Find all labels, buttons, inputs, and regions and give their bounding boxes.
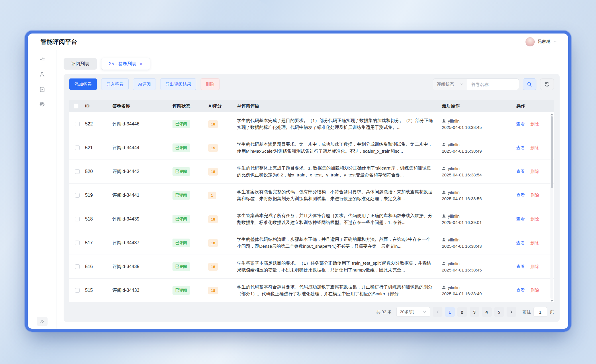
view-link[interactable]: 查看 bbox=[516, 145, 525, 151]
double-chevron-right-icon bbox=[40, 319, 44, 323]
refresh-button[interactable] bbox=[540, 78, 554, 90]
sidebar-item-documents[interactable] bbox=[39, 86, 45, 93]
view-link[interactable]: 查看 bbox=[516, 121, 525, 127]
delete-link[interactable]: 删除 bbox=[530, 264, 539, 269]
app-window: 智能评阅平台 易琳琳 bbox=[28, 34, 568, 329]
tab-review-list[interactable]: 评阅列表 bbox=[64, 58, 97, 70]
delete-link[interactable]: 删除 bbox=[530, 288, 539, 293]
row-actions: 查看 删除 bbox=[516, 121, 554, 127]
delete-button[interactable]: 删除 bbox=[201, 78, 219, 90]
delete-link[interactable]: 删除 bbox=[530, 121, 539, 127]
page-size-select[interactable]: 20条/页 bbox=[396, 307, 430, 317]
row-status-cell: 已评阅 bbox=[172, 120, 208, 128]
operation-time: 2025-04-01 16:38:45 bbox=[442, 267, 516, 272]
delete-link[interactable]: 删除 bbox=[530, 240, 539, 246]
page-button-3[interactable]: 3 bbox=[470, 307, 479, 317]
tab-answer-list[interactable]: 25 - 答卷列表 × bbox=[101, 58, 150, 70]
row-checkbox[interactable] bbox=[75, 241, 80, 245]
view-link[interactable]: 查看 bbox=[516, 240, 525, 246]
filter-group: 评阅状态 bbox=[433, 78, 519, 90]
score-badge: 15 bbox=[208, 144, 218, 152]
export-results-button[interactable]: 导出评阅结果 bbox=[160, 78, 196, 90]
score-badge: 18 bbox=[208, 239, 218, 247]
row-actions: 查看 删除 bbox=[516, 288, 554, 293]
person-icon bbox=[442, 143, 446, 147]
sidebar-item-settings[interactable] bbox=[39, 101, 45, 107]
user-menu[interactable]: 易琳琳 bbox=[526, 37, 557, 46]
row-checkbox[interactable] bbox=[75, 264, 80, 269]
person-icon bbox=[442, 285, 446, 289]
gear-icon bbox=[39, 101, 45, 107]
view-link[interactable]: 查看 bbox=[516, 288, 525, 293]
row-status-cell: 已评阅 bbox=[172, 262, 208, 271]
checklist-icon bbox=[39, 56, 45, 63]
page-button-5[interactable]: 5 bbox=[494, 307, 504, 317]
row-status-cell: 已评阅 bbox=[172, 191, 208, 200]
view-link[interactable]: 查看 bbox=[516, 169, 525, 174]
import-answer-button[interactable]: 导入答卷 bbox=[101, 78, 129, 90]
operation-time: 2025-04-01 16:38:43 bbox=[442, 244, 516, 249]
scroll-down-arrow-icon[interactable] bbox=[550, 300, 553, 302]
table-row: 519 评阅id-34441 已评阅 1 学生答案没有包含完整的代码，仅有部分结… bbox=[69, 184, 554, 207]
row-checkbox[interactable] bbox=[75, 169, 80, 174]
scrollbar-thumb[interactable] bbox=[551, 116, 553, 188]
operator-name: yilinlin bbox=[448, 119, 460, 123]
goto-page-input[interactable] bbox=[534, 307, 547, 317]
person-icon bbox=[442, 261, 446, 265]
delete-link[interactable]: 删除 bbox=[530, 145, 539, 151]
operator-name: yilinlin bbox=[448, 285, 460, 290]
row-checkbox[interactable] bbox=[75, 145, 80, 150]
scrollbar-track[interactable] bbox=[550, 116, 553, 299]
row-comment: 学生的代码整体上完成了题目要求。1. 数据集的加载和划分正确使用了'sklear… bbox=[237, 165, 442, 178]
sidebar bbox=[28, 50, 56, 329]
view-link[interactable]: 查看 bbox=[516, 264, 525, 269]
page-button-2[interactable]: 2 bbox=[457, 307, 467, 317]
row-checkbox-cell bbox=[69, 217, 85, 221]
search-button[interactable] bbox=[523, 78, 536, 90]
sidebar-item-review-list[interactable] bbox=[39, 56, 45, 63]
row-status-cell: 已评阅 bbox=[172, 167, 208, 176]
view-link[interactable]: 查看 bbox=[516, 217, 525, 222]
row-last-operation: yilinlin 2025-04-01 16:38:56 bbox=[442, 190, 516, 201]
page-size-value: 20条/页 bbox=[400, 309, 414, 315]
row-checkbox[interactable] bbox=[75, 193, 80, 198]
table-scrollbar[interactable] bbox=[550, 113, 554, 302]
row-checkbox[interactable] bbox=[75, 288, 80, 293]
operation-time: 2025-04-01 16:38:45 bbox=[442, 125, 516, 130]
ai-review-button[interactable]: AI评阅 bbox=[133, 78, 156, 90]
delete-link[interactable]: 删除 bbox=[530, 193, 539, 198]
delete-link[interactable]: 删除 bbox=[530, 217, 539, 222]
row-checkbox[interactable] bbox=[75, 217, 80, 221]
status-filter-select[interactable]: 评阅状态 bbox=[433, 79, 467, 90]
scroll-up-arrow-icon[interactable] bbox=[550, 113, 553, 115]
delete-link[interactable]: 删除 bbox=[530, 169, 539, 174]
row-id: 522 bbox=[85, 121, 112, 127]
row-name: 评阅id-34441 bbox=[112, 192, 172, 198]
row-id: 521 bbox=[85, 145, 112, 150]
row-checkbox[interactable] bbox=[75, 122, 80, 126]
prev-page-button[interactable] bbox=[433, 307, 442, 317]
add-answer-button[interactable]: 添加答卷 bbox=[69, 78, 97, 90]
operation-time: 2025-04-01 16:38:49 bbox=[442, 291, 516, 296]
close-icon[interactable]: × bbox=[140, 62, 142, 66]
row-score-cell: 18 bbox=[208, 168, 237, 176]
select-all-checkbox[interactable] bbox=[74, 104, 78, 108]
page-button-4[interactable]: 4 bbox=[482, 307, 492, 317]
person-icon bbox=[442, 166, 446, 170]
search-input[interactable] bbox=[467, 79, 519, 90]
row-last-operation: yilinlin 2025-04-01 16:39:01 bbox=[442, 214, 516, 225]
page-button-1[interactable]: 1 bbox=[445, 307, 455, 317]
score-badge: 18 bbox=[208, 120, 218, 128]
sidebar-expand-button[interactable] bbox=[37, 317, 48, 326]
next-page-button[interactable] bbox=[507, 307, 516, 317]
pagination: 共 92 条 20条/页 1 2 3 4 bbox=[69, 307, 554, 318]
tab-bar: 评阅列表 25 - 答卷列表 × bbox=[64, 58, 560, 70]
row-id: 520 bbox=[85, 169, 112, 174]
avatar[interactable] bbox=[526, 37, 535, 46]
status-badge: 已评阅 bbox=[172, 239, 190, 247]
row-status-cell: 已评阅 bbox=[172, 286, 208, 295]
user-icon bbox=[39, 71, 45, 78]
row-name: 评阅id-34439 bbox=[112, 216, 172, 222]
sidebar-item-users[interactable] bbox=[39, 71, 45, 78]
view-link[interactable]: 查看 bbox=[516, 193, 525, 198]
